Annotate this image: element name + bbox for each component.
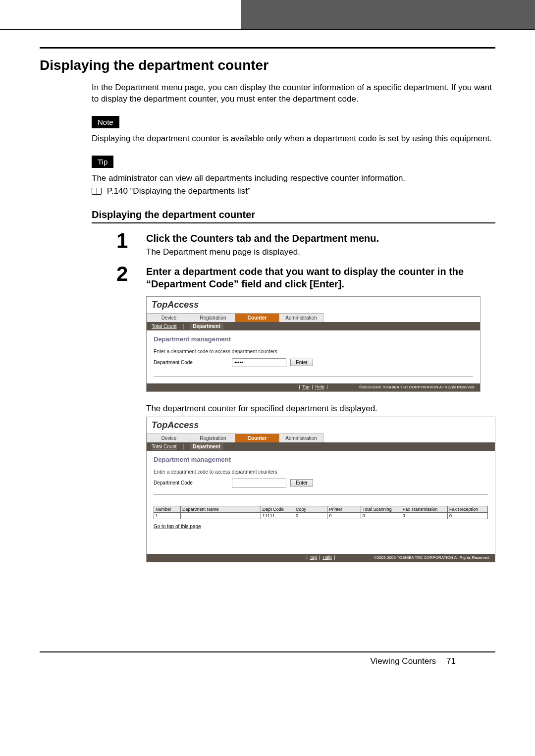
footer-top-link[interactable]: Top bbox=[301, 384, 311, 389]
footer-help-link[interactable]: Help bbox=[314, 384, 325, 389]
step-number: 2 bbox=[116, 264, 137, 284]
screenshot-footer: | Top | Help | ©2003-2006 TOSHIBA TEC CO… bbox=[147, 554, 495, 562]
note-text: Displaying the department counter is ava… bbox=[92, 133, 495, 145]
enter-button[interactable]: Enter bbox=[290, 479, 313, 486]
tab-administration[interactable]: Administration bbox=[279, 433, 323, 442]
counter-table: Number Department Name Dept Code Copy Pr… bbox=[154, 506, 488, 519]
go-to-top-link[interactable]: Go to top of this page bbox=[154, 524, 201, 529]
cell-number: 1 bbox=[154, 512, 181, 519]
subtab-total-count[interactable]: Total Count bbox=[152, 444, 177, 449]
th-number: Number bbox=[154, 506, 181, 512]
page-header-band bbox=[0, 0, 535, 30]
page-footer: Viewing Counters 71 bbox=[40, 651, 495, 676]
separator: | bbox=[182, 444, 185, 449]
note-badge: Note bbox=[92, 116, 119, 128]
sub-tab-bar: Total Count | Department bbox=[147, 442, 495, 451]
panel-title: Department management bbox=[154, 335, 473, 343]
tip-ref: P.140 “Displaying the departments list” bbox=[92, 186, 495, 196]
tab-counter[interactable]: Counter bbox=[235, 433, 279, 442]
panel-subtitle: Enter a department code to access depart… bbox=[154, 469, 488, 475]
dept-code-input[interactable] bbox=[232, 479, 286, 487]
footer-label: Viewing Counters bbox=[370, 656, 436, 666]
section-title: Displaying the department counter bbox=[40, 57, 495, 73]
cell-scanning: 0 bbox=[361, 512, 401, 519]
step-title: Click the Counters tab and the Departmen… bbox=[146, 232, 495, 245]
tab-counter[interactable]: Counter bbox=[235, 313, 279, 322]
cell-dept-name bbox=[180, 512, 261, 519]
th-total-scanning: Total Scanning bbox=[361, 506, 401, 512]
subtab-department[interactable]: Department bbox=[190, 443, 223, 450]
tab-bar: Device Registration Counter Administrati… bbox=[147, 313, 480, 322]
copyright: ©2003-2006 TOSHIBA TEC CORPORATION All R… bbox=[359, 385, 475, 389]
th-printer: Printer bbox=[327, 506, 361, 512]
subheading: Displaying the department counter bbox=[92, 209, 495, 220]
tab-administration[interactable]: Administration bbox=[279, 313, 323, 322]
step-1: 1 Click the Counters tab and the Departm… bbox=[116, 232, 495, 262]
sub-rule bbox=[92, 222, 495, 223]
dept-code-label: Department Code bbox=[154, 360, 228, 365]
footer-help-link[interactable]: Help bbox=[321, 555, 333, 560]
topaccess-logo: TopAccess bbox=[147, 417, 495, 433]
tip-badge: Tip bbox=[92, 156, 113, 168]
step-number: 1 bbox=[116, 230, 137, 251]
tab-device[interactable]: Device bbox=[147, 433, 191, 442]
tab-registration[interactable]: Registration bbox=[191, 433, 235, 442]
tab-device[interactable]: Device bbox=[147, 313, 191, 322]
panel-subtitle: Enter a department code to access depart… bbox=[154, 349, 473, 354]
dept-code-input[interactable] bbox=[232, 358, 286, 367]
step-title: Enter a department code that you want to… bbox=[146, 266, 495, 290]
th-copy: Copy bbox=[294, 506, 327, 512]
footer-page-number: 71 bbox=[446, 656, 456, 666]
intro-paragraph: In the Department menu page, you can dis… bbox=[92, 82, 495, 105]
ref-text: P.140 “Displaying the departments list” bbox=[107, 186, 251, 196]
th-dept-name: Department Name bbox=[180, 506, 261, 512]
th-fax-recep: Fax Reception bbox=[448, 506, 488, 512]
tab-bar: Device Registration Counter Administrati… bbox=[147, 433, 495, 442]
between-desc: The department counter for specified dep… bbox=[146, 404, 495, 414]
cell-fax-trans: 0 bbox=[401, 512, 447, 519]
topaccess-logo: TopAccess bbox=[147, 297, 480, 313]
cell-printer: 0 bbox=[327, 512, 361, 519]
cell-dept-code: 11111 bbox=[261, 512, 294, 519]
subtab-total-count[interactable]: Total Count bbox=[152, 324, 177, 329]
screenshot-footer: | Top | Help | ©2003-2006 TOSHIBA TEC CO… bbox=[147, 383, 480, 391]
step-desc: The Department menu page is displayed. bbox=[146, 247, 495, 258]
panel-title: Department management bbox=[154, 456, 488, 463]
book-icon bbox=[92, 188, 102, 195]
sub-tab-bar: Total Count | Department bbox=[147, 322, 480, 330]
separator: | bbox=[182, 324, 185, 329]
cell-copy: 0 bbox=[294, 512, 327, 519]
dept-code-label: Department Code bbox=[154, 480, 228, 486]
step-2: 2 Enter a department code that you want … bbox=[116, 266, 495, 292]
footer-top-link[interactable]: Top bbox=[309, 555, 318, 560]
table-header-row: Number Department Name Dept Code Copy Pr… bbox=[154, 506, 488, 512]
screenshot-1: TopAccess Device Registration Counter Ad… bbox=[146, 296, 481, 392]
th-fax-trans: Fax Transmission bbox=[401, 506, 447, 512]
th-dept-code: Dept Code bbox=[261, 506, 294, 512]
table-row: 1 11111 0 0 0 0 0 bbox=[154, 512, 488, 519]
tab-registration[interactable]: Registration bbox=[191, 313, 235, 322]
tip-text: The administrator can view all departmen… bbox=[92, 173, 495, 184]
copyright: ©2003-2006 TOSHIBA TEC CORPORATION All R… bbox=[374, 555, 490, 560]
subtab-department[interactable]: Department bbox=[190, 323, 223, 329]
enter-button[interactable]: Enter bbox=[290, 359, 313, 366]
rule bbox=[40, 47, 495, 49]
screenshot-2: TopAccess Device Registration Counter Ad… bbox=[146, 417, 495, 562]
cell-fax-recep: 0 bbox=[448, 512, 488, 519]
